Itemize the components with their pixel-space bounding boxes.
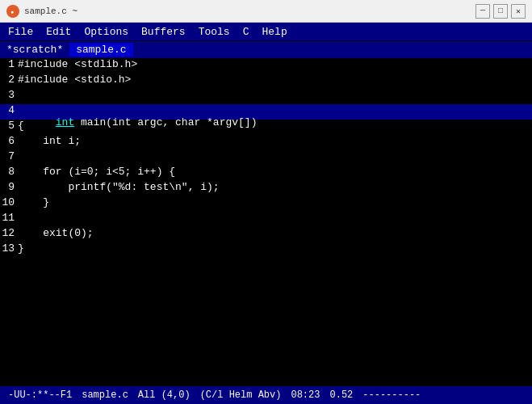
title-text: sample.c ~ [24,6,77,16]
app-icon: ● [6,5,19,18]
line-num-7: 7 [0,150,18,162]
maximize-button[interactable]: □ [493,4,508,19]
status-time: 08:23 [286,389,325,401]
code-line-3: 3 [0,89,532,104]
title-bar: ● sample.c ~ ─ □ ✕ [0,0,532,23]
tab-bar: *scratch* sample.c [0,40,532,58]
code-line-1: 1 #include <stdlib.h> [0,58,532,74]
code-line-2: 2 #include <stdio.h> [0,74,532,89]
line-num-10: 10 [0,196,18,208]
line-content-6: int i; [18,135,81,147]
line-content-13: } [18,242,24,255]
line-num-4: 4 [0,104,18,116]
status-extra: ---------- [358,389,425,401]
menu-file[interactable]: File [2,23,40,40]
code-line-7: 7 [0,150,532,166]
code-line-12: 12 exit(0); [0,227,532,242]
code-line-4: 4 int main(int argc, char *argv[]) [0,104,532,120]
menu-c[interactable]: C [237,23,256,40]
line-num-11: 11 [0,212,18,224]
code-area: 1 #include <stdlib.h> 2 #include <stdio.… [0,58,532,386]
line-num-6: 6 [0,135,18,147]
line-content-8: for (i=0; i<5; i++) { [18,166,175,178]
status-position: All (4,0) [133,389,195,401]
code-line-8: 8 for (i=0; i<5; i++) { [0,166,532,181]
menu-help[interactable]: Help [255,23,293,40]
status-cpu: 0.52 [325,389,358,401]
code-line-11: 11 [0,212,532,227]
line-num-5: 5 [0,120,18,132]
line-num-2: 2 [0,74,18,86]
line-num-1: 1 [0,58,18,70]
code-line-10: 10 } [0,196,532,212]
line-content-9: printf("%d: test\n", i); [18,181,220,193]
status-mode2: (C/l Helm Abv) [195,389,287,401]
menu-edit[interactable]: Edit [40,23,77,40]
line-content-5: { [18,120,24,132]
line-content-12: exit(0); [18,227,94,239]
close-button[interactable]: ✕ [511,4,526,19]
line-num-3: 3 [0,89,18,101]
line-num-8: 8 [0,166,18,178]
tab-sample-c[interactable]: sample.c [69,43,132,57]
minimize-button[interactable]: ─ [475,4,490,19]
menu-options[interactable]: Options [77,23,135,40]
status-bar: -UU-:**--F1 sample.c All (4,0) (C/l Helm… [0,386,532,404]
title-left: ● sample.c ~ [6,5,77,18]
menu-buffers[interactable]: Buffers [135,23,192,40]
line-num-12: 12 [0,227,18,239]
code-line-5: 5 { [0,120,532,135]
line-content-2: #include <stdio.h> [18,74,131,86]
line-content-11 [18,212,24,224]
line-num-9: 9 [0,181,18,193]
menu-tools[interactable]: Tools [192,23,237,40]
menu-bar: File Edit Options Buffers Tools C Help [0,23,532,40]
code-line-6: 6 int i; [0,135,532,150]
status-mode: -UU-:**--F1 [3,389,77,401]
line-content-1: #include <stdlib.h> [18,58,137,70]
line-content-3 [18,89,24,101]
svg-text:●: ● [10,9,14,15]
line-num-13: 13 [0,242,18,255]
title-controls[interactable]: ─ □ ✕ [475,4,526,19]
line-content-7 [18,150,24,162]
line-content-10: } [18,196,49,208]
status-filename: sample.c [77,389,133,401]
tab-scratch[interactable]: *scratch* [0,43,69,57]
code-line-13: 13 } [0,242,532,258]
code-line-9: 9 printf("%d: test\n", i); [0,181,532,196]
